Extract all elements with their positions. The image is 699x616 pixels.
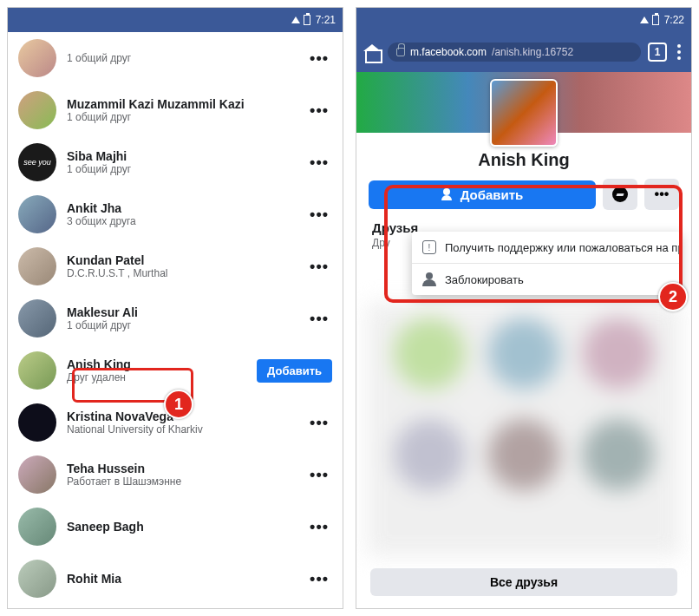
- battery-icon: [652, 15, 659, 25]
- friend-name: Teha Hussein: [67, 462, 296, 475]
- more-icon[interactable]: •••: [306, 202, 332, 227]
- profile-actions: Добавить •••: [356, 170, 691, 219]
- add-friend-button[interactable]: Добавить: [257, 359, 332, 383]
- browser-toolbar: m.facebook.com/anish.king.16752 1: [356, 32, 691, 72]
- status-time: 7:22: [664, 14, 684, 26]
- more-icon[interactable]: •••: [306, 462, 332, 488]
- kebab-menu-icon[interactable]: [674, 41, 684, 63]
- friend-name: Kundan Patel: [67, 253, 296, 267]
- avatar[interactable]: [18, 299, 56, 337]
- friend-sub: 1 общий друг: [67, 52, 296, 64]
- friend-list[interactable]: 1 общий друг ••• Muzammil Kazi Muzammil …: [8, 32, 343, 608]
- friend-row[interactable]: Rohit Mia •••: [8, 553, 343, 605]
- avatar[interactable]: [18, 351, 56, 390]
- friend-sub: Друг удален: [67, 371, 246, 383]
- url-path: /anish.king.16752: [492, 46, 573, 58]
- report-label: Получить поддержку или пожаловаться на п…: [445, 241, 681, 254]
- tab-count[interactable]: 1: [648, 43, 667, 62]
- friends-grid-blurred: [367, 303, 681, 556]
- lock-icon: [396, 48, 405, 56]
- url-bar[interactable]: m.facebook.com/anish.king.16752: [388, 43, 641, 62]
- all-friends-button[interactable]: Все друзья: [370, 568, 677, 596]
- more-icon[interactable]: •••: [306, 567, 332, 592]
- friend-info: 1 общий друг: [67, 52, 296, 64]
- friend-sub: 3 общих друга: [67, 215, 296, 227]
- signal-icon: [640, 16, 649, 23]
- avatar[interactable]: [18, 403, 56, 442]
- right-screen: 7:22 m.facebook.com/anish.king.16752 1 A…: [356, 7, 692, 609]
- more-icon[interactable]: •••: [306, 306, 332, 331]
- more-icon[interactable]: •••: [306, 46, 332, 71]
- avatar[interactable]: [18, 247, 56, 285]
- home-icon[interactable]: [363, 44, 381, 60]
- more-icon[interactable]: •••: [306, 410, 332, 436]
- url-domain: m.facebook.com: [410, 46, 487, 58]
- annotation-callout: 1: [164, 390, 193, 419]
- friend-row[interactable]: Kundan Patel D.C.R.U.S.T , Murthal •••: [8, 240, 343, 292]
- more-actions-dropdown: ! Получить поддержку или пожаловаться на…: [412, 232, 681, 295]
- avatar[interactable]: [18, 91, 56, 129]
- friend-info: Saneep Bagh: [67, 520, 296, 534]
- friend-info: Siba Majhi 1 общий друг: [67, 149, 296, 175]
- left-screen: 7:21 1 общий друг ••• Muzammil Kazi Muza…: [7, 7, 343, 609]
- messenger-icon: [612, 187, 628, 202]
- add-friend-label: Добавить: [461, 187, 524, 202]
- message-button[interactable]: [603, 179, 637, 210]
- annotation-callout: 2: [658, 282, 688, 311]
- profile-name: Anish King: [356, 150, 691, 170]
- info-icon: !: [422, 240, 436, 254]
- friend-name: Maklesur Ali: [67, 305, 296, 319]
- more-icon[interactable]: •••: [306, 254, 332, 279]
- status-icons: [291, 15, 310, 25]
- avatar[interactable]: [18, 39, 56, 77]
- avatar[interactable]: [18, 560, 56, 598]
- more-icon[interactable]: •••: [306, 514, 332, 540]
- friend-row[interactable]: Teha Hussein Работает в Шашэмэнне •••: [8, 449, 343, 501]
- friend-info: Kundan Patel D.C.R.U.S.T , Murthal: [67, 253, 296, 279]
- friend-row[interactable]: Muzammil Kazi Muzammil Kazi 1 общий друг…: [8, 84, 343, 136]
- signal-icon: [291, 16, 300, 23]
- friend-sub: D.C.R.U.S.T , Murthal: [67, 267, 296, 279]
- friend-sub: 1 общий друг: [67, 163, 296, 175]
- status-icons: [640, 15, 659, 25]
- friend-sub: 1 общий друг: [67, 111, 296, 123]
- friend-info: Muzammil Kazi Muzammil Kazi 1 общий друг: [67, 97, 296, 123]
- friend-name: Ankit Jha: [67, 201, 296, 215]
- avatar[interactable]: [18, 195, 56, 233]
- friend-info: Maklesur Ali 1 общий друг: [67, 305, 296, 331]
- friend-row[interactable]: Saneep Bagh •••: [8, 501, 343, 553]
- avatar[interactable]: see you: [18, 143, 56, 181]
- friend-row[interactable]: 1 общий друг •••: [8, 32, 343, 84]
- cover-photo[interactable]: [356, 72, 691, 133]
- friend-row[interactable]: Anish King Друг удален Добавить: [8, 344, 343, 396]
- more-icon[interactable]: •••: [306, 98, 332, 123]
- friend-info: Teha Hussein Работает в Шашэмэнне: [67, 462, 296, 488]
- add-friend-button[interactable]: Добавить: [369, 180, 596, 209]
- battery-icon: [304, 15, 310, 25]
- block-label: Заблокировать: [445, 273, 524, 286]
- friend-name: Siba Majhi: [67, 149, 296, 163]
- avatar[interactable]: [18, 455, 56, 494]
- more-icon[interactable]: •••: [306, 150, 332, 175]
- friend-info: Ankit Jha 3 общих друга: [67, 201, 296, 227]
- friend-name: Saneep Bagh: [67, 520, 296, 534]
- avatar-text: see you: [23, 158, 51, 167]
- friend-sub: 1 общий друг: [67, 319, 296, 331]
- friend-info: Anish King Друг удален: [67, 357, 246, 383]
- friend-row[interactable]: Maklesur Ali 1 общий друг •••: [8, 292, 343, 344]
- add-friend-icon: [441, 188, 455, 200]
- friend-row[interactable]: Ankit Jha 3 общих друга •••: [8, 188, 343, 240]
- friend-sub: Работает в Шашэмэнне: [67, 475, 296, 488]
- friend-row[interactable]: see you Siba Majhi 1 общий друг •••: [8, 136, 343, 188]
- friend-name: Muzammil Kazi Muzammil Kazi: [67, 97, 296, 111]
- report-menu-item[interactable]: ! Получить поддержку или пожаловаться на…: [412, 232, 681, 264]
- friend-name: Anish King: [67, 357, 246, 371]
- more-actions-button[interactable]: •••: [644, 179, 679, 210]
- friend-name: Rohit Mia: [67, 572, 296, 586]
- block-icon: [422, 272, 436, 286]
- profile-picture[interactable]: [490, 79, 558, 147]
- status-time: 7:21: [316, 14, 336, 26]
- avatar[interactable]: [18, 508, 56, 546]
- status-bar: 7:21: [8, 8, 343, 32]
- block-menu-item[interactable]: Заблокировать: [412, 264, 681, 295]
